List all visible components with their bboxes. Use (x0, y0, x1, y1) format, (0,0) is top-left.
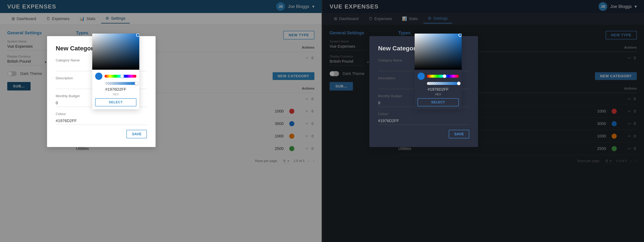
hex-display-dark: #1976D2FF (418, 87, 459, 92)
alpha-bar-dark[interactable] (427, 82, 459, 85)
alpha-thumb-dark (457, 82, 460, 85)
modal-footer-light: SAVE (56, 130, 147, 138)
alpha-bar-light[interactable] (104, 82, 136, 85)
picker-swatch-dark (418, 73, 425, 80)
color-picker-dark: #1976D2FF HEX SELECT (414, 34, 462, 109)
modal-footer-dark: SAVE (378, 130, 469, 138)
alpha-overlay-light (104, 82, 136, 85)
picker-swatch-light (95, 73, 102, 80)
picker-gradient-light[interactable] (92, 34, 139, 70)
select-btn-dark[interactable]: SELECT (418, 98, 459, 106)
picker-alpha-row-light (95, 82, 136, 85)
picker-gradient-dark[interactable] (414, 34, 462, 70)
rainbow-bar-light[interactable] (104, 75, 136, 78)
hex-display-light: #1976D2FF (95, 87, 136, 92)
rainbow-bar-dark[interactable] (427, 75, 459, 78)
modal-colour-field-light: Colour #1976D2FF (56, 112, 147, 125)
hex-label-light: HEX (95, 93, 136, 96)
alpha-thumb-light (134, 82, 138, 85)
colour-value-dark: #1976D2FF (378, 117, 469, 125)
picker-alpha-row-dark (418, 82, 459, 85)
save-btn-light[interactable]: SAVE (126, 130, 147, 138)
dark-panel: VUE EXPENSES JB Joe Bloggs ▾ ⊞ Dashboard… (322, 0, 644, 242)
light-panel: VUE EXPENSES JB Joe Bloggs ▾ ⊞ Dashboard… (0, 0, 322, 242)
rainbow-thumb-dark (443, 74, 446, 78)
colour-label-dark: Colour (378, 112, 469, 116)
modal-colour-field-dark: Colour #1976D2FF (378, 112, 469, 125)
picker-cursor-light (136, 34, 139, 37)
colour-label-light: Colour (56, 112, 147, 116)
save-btn-dark[interactable]: SAVE (449, 130, 469, 138)
color-picker-light: #1976D2FF HEX SELECT (92, 34, 139, 109)
select-btn-light[interactable]: SELECT (95, 98, 136, 106)
picker-swatch-row-light (95, 73, 136, 80)
alpha-overlay-dark (427, 82, 459, 85)
modal-overlay-light: New Category Category Name Description M… (0, 0, 322, 242)
picker-controls-light: #1976D2FF HEX SELECT (92, 70, 139, 109)
picker-swatch-row-dark (418, 73, 459, 80)
hex-label-dark: HEX (418, 93, 459, 96)
modal-overlay-dark: New Category Category Name Description M… (322, 0, 644, 242)
picker-cursor-dark (458, 34, 462, 37)
colour-value-light: #1976D2FF (56, 117, 147, 125)
picker-controls-dark: #1976D2FF HEX SELECT (414, 70, 462, 109)
rainbow-thumb-light (120, 74, 124, 78)
